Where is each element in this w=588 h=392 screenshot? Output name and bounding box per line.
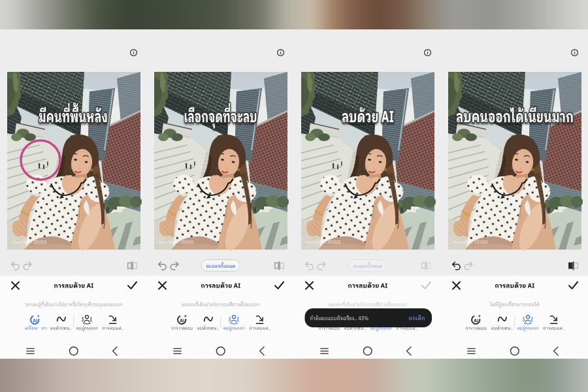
svg-text:Ai: Ai <box>474 318 478 323</box>
svg-text:Ai: Ai <box>180 318 184 323</box>
svg-text:Ai: Ai <box>33 318 37 323</box>
